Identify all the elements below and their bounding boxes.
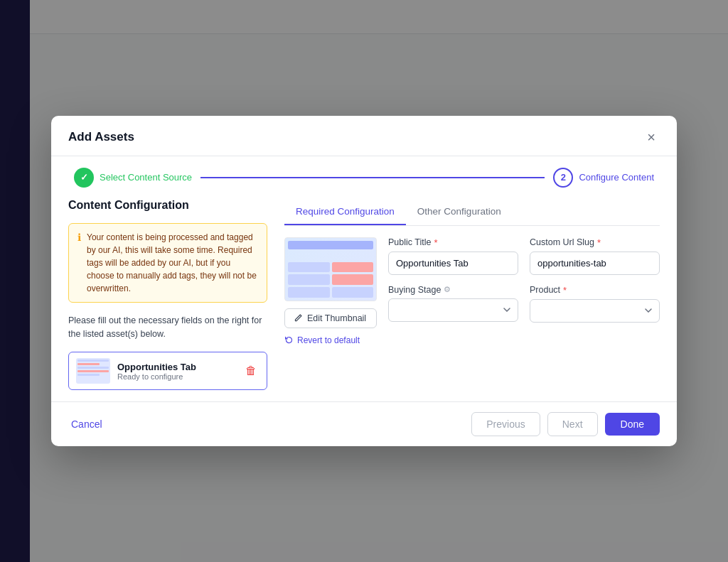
- custom-url-label: Custom Url Slug *: [530, 237, 660, 248]
- right-panel: Required Configuration Other Configurati…: [284, 199, 660, 391]
- product-select[interactable]: [530, 299, 660, 323]
- buying-stage-label: Buying Stage ⚙: [388, 285, 518, 295]
- tabs: Required Configuration Other Configurati…: [284, 199, 660, 226]
- edit-thumbnail-button[interactable]: Edit Thumbnail: [284, 308, 377, 328]
- thumb-line-2: [77, 363, 100, 365]
- pencil-icon: [294, 313, 303, 323]
- content-config-title: Content Configuration: [68, 199, 267, 212]
- previous-button[interactable]: Previous: [471, 412, 540, 436]
- required-star-2: *: [597, 237, 601, 248]
- public-title-group: Public Title *: [388, 237, 518, 275]
- preview-cell-5: [288, 287, 330, 298]
- preview-cell-3: [288, 274, 330, 285]
- asset-name: Opportunities Tab: [117, 362, 235, 372]
- custom-url-input[interactable]: [530, 252, 660, 275]
- asset-item: Opportunities Tab Ready to configure 🗑: [68, 352, 267, 390]
- modal-title: Add Assets: [68, 130, 134, 144]
- preview-column: Edit Thumbnail Revert to default: [284, 237, 377, 391]
- preview-cell-6: [332, 287, 374, 298]
- modal-body: Content Configuration ℹ Your content is …: [51, 199, 677, 402]
- step-1-circle: ✓: [74, 168, 94, 188]
- info-icon: ℹ: [77, 232, 81, 295]
- step-connector: [200, 177, 545, 178]
- buying-stage-group: Buying Stage ⚙: [388, 285, 518, 323]
- buying-stage-select[interactable]: [388, 298, 518, 322]
- left-panel: Content Configuration ℹ Your content is …: [68, 199, 267, 391]
- required-star-3: *: [563, 285, 567, 296]
- thumb-line-5: [77, 374, 100, 376]
- thumb-lines: [77, 360, 109, 382]
- modal-header: Add Assets ×: [51, 116, 677, 156]
- public-title-label: Public Title *: [388, 237, 518, 248]
- step-2-circle: 2: [553, 168, 573, 188]
- step-1: ✓ Select Content Source: [74, 168, 192, 188]
- step-2-label: Configure Content: [579, 172, 654, 183]
- preview-header: [288, 241, 373, 249]
- form-row-2: Buying Stage ⚙ Product *: [388, 285, 660, 323]
- thumb-line-4: [77, 370, 109, 372]
- asset-info: Opportunities Tab Ready to configure: [117, 362, 235, 381]
- info-box: ℹ Your content is being processed and ta…: [68, 223, 267, 303]
- info-text: Your content is being processed and tagg…: [87, 231, 258, 295]
- preview-cell-1: [288, 262, 330, 273]
- product-group: Product *: [530, 285, 660, 323]
- stepper: ✓ Select Content Source 2 Configure Cont…: [51, 156, 677, 199]
- delete-asset-button[interactable]: 🗑: [242, 363, 259, 379]
- required-star-1: *: [434, 237, 437, 248]
- revert-default-button[interactable]: Revert to default: [284, 335, 377, 345]
- preview-image: [284, 237, 377, 301]
- cancel-button[interactable]: Cancel: [68, 413, 105, 436]
- tab-required[interactable]: Required Configuration: [284, 199, 406, 225]
- add-assets-modal: Add Assets × ✓ Select Content Source 2 C…: [51, 116, 677, 447]
- step-1-label: Select Content Source: [100, 172, 192, 183]
- modal-footer: Cancel Previous Next Done: [51, 401, 677, 446]
- next-button[interactable]: Next: [547, 412, 598, 436]
- tag-icon-1: ⚙: [444, 285, 451, 294]
- product-label: Product *: [530, 285, 660, 296]
- close-button[interactable]: ×: [643, 129, 660, 146]
- done-button[interactable]: Done: [605, 413, 660, 436]
- footer-actions: Previous Next Done: [471, 412, 660, 436]
- step-2: 2 Configure Content: [553, 168, 654, 188]
- public-title-input[interactable]: [388, 252, 518, 275]
- custom-url-group: Custom Url Slug *: [530, 237, 660, 275]
- thumb-line-3: [77, 367, 109, 369]
- asset-status: Ready to configure: [117, 372, 235, 381]
- content-area: Edit Thumbnail Revert to default: [284, 237, 660, 391]
- revert-icon: [284, 335, 294, 345]
- asset-thumbnail: [76, 358, 110, 384]
- tab-other[interactable]: Other Configuration: [406, 199, 513, 225]
- preview-cell-4: [332, 274, 374, 285]
- fill-notice: Please fill out the necessary fields on …: [68, 314, 267, 341]
- form-column: Public Title * Custom Url Slug *: [388, 237, 660, 391]
- preview-inner: [288, 241, 373, 298]
- thumb-line-1: [77, 360, 109, 362]
- preview-cell-2: [332, 262, 374, 273]
- form-row-1: Public Title * Custom Url Slug *: [388, 237, 660, 275]
